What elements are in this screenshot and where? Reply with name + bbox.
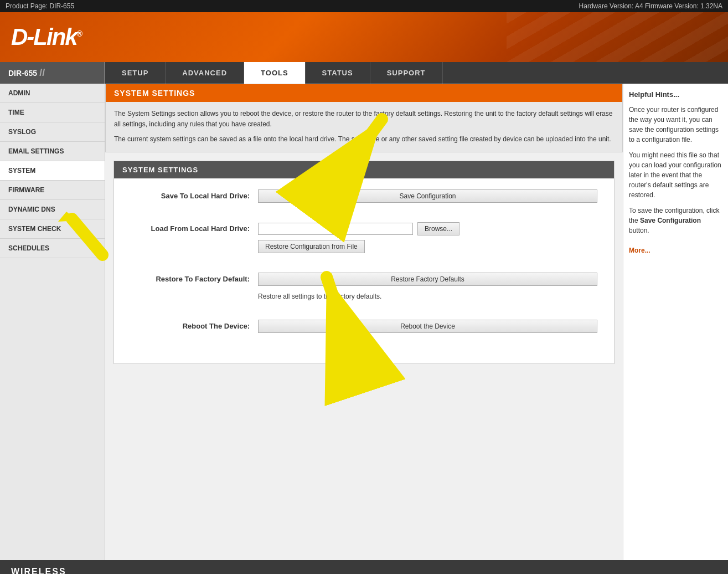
save-control: Save Configuration — [258, 189, 597, 203]
load-label: Load From Local Hard Drive: — [131, 222, 258, 233]
info-box-header: SYSTEM SETTINGS — [106, 84, 622, 102]
sidebar-item-system[interactable]: SYSTEM — [0, 161, 105, 181]
settings-section: SYSTEM SETTINGS Save To Local Hard Drive… — [113, 161, 615, 364]
restore-label: Restore To Factory Default: — [131, 273, 258, 283]
sidebar-item-email[interactable]: EMAIL SETTINGS — [0, 142, 105, 161]
load-row: Load From Local Hard Drive: Browse... Re… — [131, 222, 597, 259]
save-row: Save To Local Hard Drive: Save Configura… — [131, 189, 597, 208]
sidebar-item-firmware[interactable]: FIRMWARE — [0, 181, 105, 200]
sidebar-item-system-check[interactable]: SYSTEM CHECK — [0, 219, 105, 239]
restore-factory-defaults-button[interactable]: Restore Factory Defaults — [258, 273, 597, 286]
more-link[interactable]: More... — [629, 247, 650, 254]
tab-tools[interactable]: TOOLS — [244, 62, 306, 84]
restore-desc: Restore all settings to the factory defa… — [258, 293, 597, 300]
sidebar-item-dynamic-dns[interactable]: DYNAMIC DNS — [0, 200, 105, 219]
hint-text-3: To save the configuration, click the Sav… — [629, 206, 722, 235]
logo: D-Link® — [11, 24, 81, 50]
reboot-row: Reboot The Device: Reboot the Device — [131, 320, 597, 339]
tab-advanced[interactable]: ADVANCED — [166, 62, 244, 84]
reboot-label: Reboot The Device: — [131, 320, 258, 330]
load-control: Browse... Restore Configuration from Fil… — [258, 222, 597, 253]
tab-support[interactable]: SUPPORT — [370, 62, 443, 84]
sidebar-item-admin[interactable]: ADMIN — [0, 84, 105, 103]
helpful-hints-title: Helpful Hints... — [629, 89, 722, 100]
hint-text-2: You might need this file so that you can… — [629, 150, 722, 200]
header: D-Link® — [0, 12, 728, 62]
save-configuration-button[interactable]: Save Configuration — [258, 189, 597, 203]
sidebar-item-schedules[interactable]: SCHEDULES — [0, 239, 105, 258]
browse-button[interactable]: Browse... — [417, 222, 459, 235]
info-box: SYSTEM SETTINGS The System Settings sect… — [105, 84, 623, 152]
load-file-input[interactable] — [258, 223, 413, 235]
info-paragraph-1: The System Settings section allows you t… — [114, 109, 614, 130]
footer: WIRELESS — [0, 560, 728, 574]
tab-status[interactable]: STATUS — [306, 62, 370, 84]
settings-body: Save To Local Hard Drive: Save Configura… — [114, 178, 614, 363]
hint-text-1: Once your router is configured the way y… — [629, 105, 722, 145]
save-config-bold: Save Configuration — [640, 217, 701, 224]
footer-label: WIRELESS — [11, 567, 66, 574]
content-layout: ADMIN TIME SYSLOG EMAIL SETTINGS SYSTEM … — [0, 84, 728, 560]
restore-configuration-button[interactable]: Restore Configuration from File — [258, 240, 365, 253]
sidebar: ADMIN TIME SYSLOG EMAIL SETTINGS SYSTEM … — [0, 84, 105, 560]
save-label: Save To Local Hard Drive: — [131, 189, 258, 200]
product-page-label: Product Page: DIR-655 — [6, 2, 74, 10]
restore-row: Restore To Factory Default: Restore Fact… — [131, 273, 597, 306]
load-input-row: Browse... — [258, 222, 597, 235]
sidebar-item-syslog[interactable]: SYSLOG — [0, 122, 105, 142]
info-paragraph-2: The current system settings can be saved… — [114, 134, 614, 145]
version-info: Hardware Version: A4 Firmware Version: 1… — [579, 2, 722, 10]
top-bar: Product Page: DIR-655 Hardware Version: … — [0, 0, 728, 12]
info-box-body: The System Settings section allows you t… — [106, 102, 622, 152]
settings-header: SYSTEM SETTINGS — [114, 161, 614, 178]
main-content: SYSTEM SETTINGS The System Settings sect… — [105, 84, 623, 560]
right-panel: Helpful Hints... Once your router is con… — [623, 84, 728, 560]
navigation: DIR-655 // SETUP ADVANCED TOOLS STATUS S… — [0, 62, 728, 84]
nav-brand: DIR-655 // — [0, 62, 105, 84]
restore-config-row: Restore Configuration from File — [258, 240, 597, 253]
tab-setup[interactable]: SETUP — [105, 62, 166, 84]
nav-tabs: SETUP ADVANCED TOOLS STATUS SUPPORT — [105, 62, 728, 84]
sidebar-item-time[interactable]: TIME — [0, 103, 105, 122]
restore-control: Restore Factory Defaults Restore all set… — [258, 273, 597, 300]
reboot-control: Reboot the Device — [258, 320, 597, 333]
reboot-button[interactable]: Reboot the Device — [258, 320, 597, 333]
